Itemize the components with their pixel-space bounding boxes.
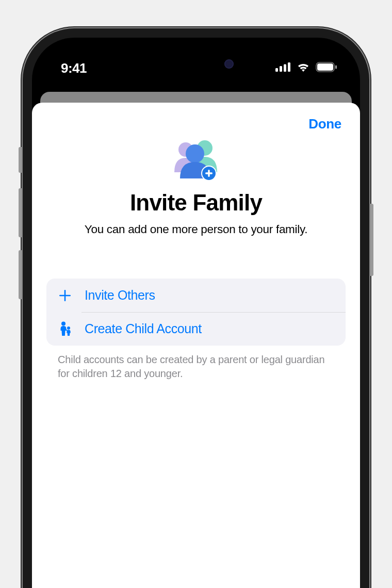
status-time: 9:41 <box>61 60 87 76</box>
svg-rect-5 <box>317 63 333 71</box>
options-list: Invite Others <box>46 279 346 346</box>
dynamic-island <box>147 50 245 78</box>
svg-rect-15 <box>59 295 71 296</box>
phone-volume-up <box>19 188 22 237</box>
battery-icon <box>316 62 337 74</box>
phone-side-button <box>19 147 22 173</box>
svg-rect-3 <box>288 62 290 72</box>
status-icons <box>275 62 337 74</box>
phone-volume-down <box>19 250 22 299</box>
svg-point-17 <box>67 326 70 330</box>
plus-icon <box>58 288 72 303</box>
svg-rect-2 <box>284 64 286 72</box>
page-subtitle: You can add one more person to your fami… <box>85 223 307 236</box>
invite-others-label: Invite Others <box>85 288 155 303</box>
screen: 9:41 <box>32 38 360 588</box>
create-child-account-row[interactable]: Create Child Account <box>46 312 346 346</box>
wifi-icon <box>296 62 311 74</box>
family-group-icon <box>168 139 224 184</box>
row-separator <box>81 312 346 313</box>
front-camera <box>224 59 234 69</box>
phone-power-button <box>370 204 373 276</box>
svg-point-16 <box>61 321 66 325</box>
done-button[interactable]: Done <box>308 116 341 132</box>
svg-rect-18 <box>66 330 68 331</box>
hero-section: Invite Family You can add one more perso… <box>46 139 346 236</box>
parent-child-icon <box>58 322 72 336</box>
svg-rect-13 <box>205 172 213 174</box>
phone-frame: 9:41 <box>23 28 369 588</box>
invite-family-sheet: Done <box>32 103 360 588</box>
page-title: Invite Family <box>130 190 262 216</box>
nav-bar: Done <box>46 115 346 132</box>
svg-point-9 <box>186 144 204 163</box>
invite-others-row[interactable]: Invite Others <box>46 279 346 312</box>
svg-rect-6 <box>335 66 337 69</box>
svg-rect-0 <box>275 68 278 72</box>
svg-rect-1 <box>280 66 282 72</box>
cellular-icon <box>275 62 291 74</box>
footer-note: Child accounts can be created by a paren… <box>46 353 346 381</box>
create-child-account-label: Create Child Account <box>85 321 202 336</box>
